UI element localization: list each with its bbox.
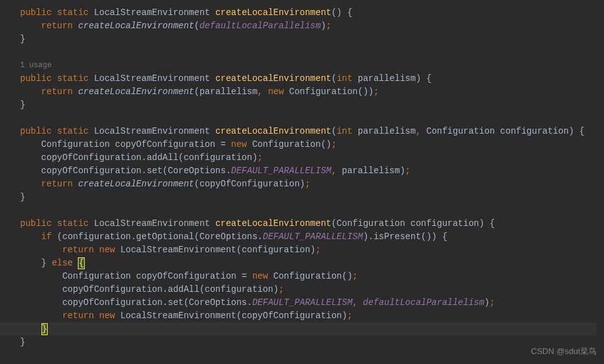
brace-close: }: [20, 192, 25, 202]
keyword-else: else: [46, 258, 73, 268]
method-call: createLocalEnvironment: [78, 21, 194, 31]
keyword-return: return: [62, 311, 94, 321]
code-line[interactable]: }: [0, 33, 604, 46]
blank-line[interactable]: [0, 204, 604, 217]
method-name: createLocalEnvironment: [215, 8, 332, 18]
return-type: LocalStreamEnvironment: [94, 126, 210, 136]
keyword-modifiers: public static: [20, 218, 89, 228]
parameter: parallelism: [352, 73, 416, 83]
code-line[interactable]: return createLocalEnvironment(copyOfConf…: [0, 178, 604, 191]
keyword-new: new: [263, 87, 284, 97]
code-line[interactable]: Configuration copyOfConfiguration = new …: [0, 138, 604, 151]
usage-hint[interactable]: 1 usage: [0, 59, 604, 72]
brace-close: }: [20, 337, 25, 347]
return-type: LocalStreamEnvironment: [94, 218, 210, 228]
code-line[interactable]: }: [0, 336, 604, 349]
method-name: createLocalEnvironment: [215, 73, 332, 83]
code-line[interactable]: public static LocalStreamEnvironment cre…: [0, 125, 604, 138]
return-type: LocalStreamEnvironment: [94, 73, 210, 83]
code-line[interactable]: return new LocalStreamEnvironment(config…: [0, 244, 604, 257]
code-line[interactable]: }: [0, 99, 604, 112]
brace-close: }: [20, 100, 25, 110]
blank-line[interactable]: [0, 112, 604, 125]
code-line[interactable]: copyOfConfiguration.set(CoreOptions.DEFA…: [0, 296, 604, 309]
code-line[interactable]: public static LocalStreamEnvironment cre…: [0, 72, 604, 85]
brace-close: }: [20, 34, 25, 44]
keyword-return: return: [41, 87, 73, 97]
matched-brace-close: }: [41, 323, 48, 335]
scrollbar[interactable]: [596, 0, 604, 364]
keyword-return: return: [41, 179, 73, 189]
code-line[interactable]: Configuration copyOfConfiguration = new …: [0, 270, 604, 283]
code-line[interactable]: copyOfConfiguration.addAll(configuration…: [0, 151, 604, 164]
static-field: defaultLocalParallelism: [200, 21, 321, 31]
code-line[interactable]: if (configuration.getOptional(CoreOption…: [0, 230, 604, 244]
blank-line[interactable]: [0, 46, 604, 59]
keyword-modifiers: public static: [20, 73, 89, 83]
keyword-int: int: [337, 73, 352, 83]
keyword-new: new: [252, 271, 268, 281]
return-type: LocalStreamEnvironment: [94, 8, 210, 18]
code-line[interactable]: return createLocalEnvironment(parallelis…: [0, 85, 604, 99]
static-constant: DEFAULT_PARALLELISM: [231, 166, 332, 176]
static-field: defaultLocalParallelism: [358, 297, 485, 308]
static-constant: DEFAULT_PARALLELISM: [252, 297, 353, 308]
matched-brace-open: {: [78, 257, 84, 269]
keyword-new: new: [94, 311, 116, 321]
brace-open: {: [342, 8, 353, 18]
semicolon: ;: [374, 87, 379, 97]
method-call: createLocalEnvironment: [78, 179, 194, 189]
keyword-return: return: [62, 245, 94, 255]
code-line[interactable]: return new LocalStreamEnvironment(copyOf…: [0, 309, 604, 323]
keyword-new: new: [94, 245, 116, 255]
keyword-return: return: [41, 21, 73, 31]
static-constant: DEFAULT_PARALLELISM: [262, 232, 363, 242]
watermark: CSDN @sdut菜鸟: [531, 345, 596, 358]
code-line[interactable]: return createLocalEnvironment(defaultLoc…: [0, 19, 604, 33]
keyword-modifiers: public static: [20, 8, 89, 18]
method-name: createLocalEnvironment: [215, 218, 332, 228]
code-line[interactable]: public static LocalStreamEnvironment cre…: [0, 6, 604, 19]
keyword-modifiers: public static: [20, 126, 89, 136]
method-name: createLocalEnvironment: [215, 126, 332, 136]
keyword-int: int: [337, 126, 352, 136]
code-line[interactable]: } else {: [0, 257, 604, 270]
keyword-if: if: [41, 232, 52, 242]
code-line[interactable]: }: [0, 191, 604, 204]
code-line[interactable]: }: [0, 323, 604, 336]
code-line[interactable]: public static LocalStreamEnvironment cre…: [0, 217, 604, 230]
code-line[interactable]: copyOfConfiguration.set(CoreOptions.DEFA…: [0, 164, 604, 178]
code-editor[interactable]: public static LocalStreamEnvironment cre…: [0, 0, 604, 355]
keyword-new: new: [231, 139, 247, 149]
parens: (): [332, 8, 342, 18]
code-line[interactable]: copyOfConfiguration.addAll(configuration…: [0, 283, 604, 296]
semicolon: ;: [326, 21, 331, 31]
method-call: createLocalEnvironment: [78, 87, 194, 97]
